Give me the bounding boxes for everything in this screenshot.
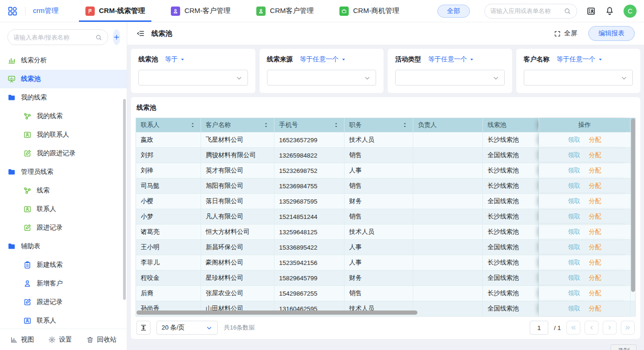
all-apps-button[interactable]: 全部 bbox=[437, 5, 470, 18]
cell: 嬴政 bbox=[136, 132, 201, 147]
claim-link[interactable]: 领取 bbox=[568, 243, 580, 251]
sidebar-item-联系人[interactable]: 联系人 bbox=[0, 200, 127, 218]
claim-link[interactable]: 领取 bbox=[568, 274, 580, 282]
sort-icon[interactable] bbox=[333, 122, 339, 128]
bell-icon[interactable] bbox=[605, 7, 614, 16]
sidebar-item-线索分析[interactable]: 线索分析 bbox=[0, 51, 127, 70]
assign-link[interactable]: 分配 bbox=[589, 228, 601, 236]
sidebar-footer-视图[interactable]: 视图 bbox=[10, 336, 34, 344]
filter-value-select[interactable] bbox=[395, 70, 505, 86]
horizontal-scrollbar-thumb[interactable] bbox=[137, 310, 417, 315]
filter-value-select[interactable] bbox=[524, 70, 633, 86]
claim-link[interactable]: 领取 bbox=[568, 182, 580, 190]
claim-link[interactable]: 领取 bbox=[568, 166, 580, 175]
assign-link[interactable]: 分配 bbox=[589, 304, 601, 313]
page-input[interactable] bbox=[530, 321, 548, 335]
prev-page-button[interactable] bbox=[585, 321, 598, 335]
claim-link[interactable]: 领取 bbox=[568, 136, 580, 144]
cell bbox=[413, 132, 483, 147]
search-icon[interactable] bbox=[95, 34, 102, 41]
assign-link[interactable]: 分配 bbox=[589, 289, 601, 297]
page-size-value: 20 条/页 bbox=[162, 324, 185, 332]
sidebar-item-跟进记录[interactable]: 跟进记录 bbox=[0, 293, 127, 311]
page-size-select[interactable]: 20 条/页 bbox=[156, 321, 218, 335]
sidebar-scrollbar[interactable] bbox=[123, 99, 126, 300]
sidebar-search-input[interactable] bbox=[13, 34, 95, 41]
assign-link[interactable]: 分配 bbox=[589, 258, 601, 267]
claim-link[interactable]: 领取 bbox=[568, 228, 580, 236]
sidebar-footer-回收站[interactable]: 回收站 bbox=[86, 336, 117, 344]
apps-grid-icon[interactable] bbox=[7, 6, 18, 16]
sidebar-item-线索池[interactable]: 线索池 bbox=[0, 70, 127, 88]
tab-CRM客户管理[interactable]: CRM客户管理 bbox=[250, 0, 320, 22]
column-header-职务[interactable]: 职务 bbox=[345, 118, 413, 132]
assign-link[interactable]: 分配 bbox=[589, 197, 601, 205]
filter-value-select[interactable] bbox=[138, 70, 248, 86]
column-header-联系人[interactable]: 联系人 bbox=[136, 118, 201, 132]
app-icon bbox=[339, 7, 349, 16]
claim-link[interactable]: 领取 bbox=[568, 258, 580, 267]
claim-link[interactable]: 领取 bbox=[568, 212, 580, 221]
workspace-link[interactable]: crm管理 bbox=[33, 7, 59, 15]
first-page-button[interactable] bbox=[566, 321, 580, 335]
sidebar-item-跟进记录[interactable]: 跟进记录 bbox=[0, 218, 127, 237]
assign-link[interactable]: 分配 bbox=[589, 136, 601, 144]
chevron-down-icon bbox=[206, 324, 213, 331]
sidebar-item-新建线索[interactable]: 新建线索 bbox=[0, 256, 127, 274]
filter-condition-dropdown[interactable]: 等于任意一个 bbox=[300, 55, 346, 64]
record-button[interactable]: 录制 bbox=[611, 344, 637, 350]
sidebar-item-我的线索[interactable]: 我的线索 bbox=[0, 107, 127, 125]
cell: 长沙线索池 bbox=[483, 224, 539, 239]
assign-link[interactable]: 分配 bbox=[589, 212, 601, 221]
tab-CRM-商机管理[interactable]: CRM-商机管理 bbox=[333, 0, 405, 22]
sort-icon[interactable] bbox=[263, 122, 269, 128]
sidebar-item-线索[interactable]: 线索 bbox=[0, 181, 127, 200]
claim-link[interactable]: 领取 bbox=[568, 151, 580, 159]
cell: 全国线索池 bbox=[483, 239, 539, 255]
tab-CRM-客户管理[interactable]: CRM-客户管理 bbox=[164, 0, 237, 22]
column-label: 手机号 bbox=[279, 121, 298, 129]
cell: 凡人有限公司 bbox=[201, 209, 274, 224]
global-search-input[interactable] bbox=[490, 7, 564, 14]
collapse-icon[interactable] bbox=[137, 29, 145, 38]
assign-link[interactable]: 分配 bbox=[589, 243, 601, 251]
vertical-scrollbar-thumb[interactable] bbox=[631, 119, 635, 292]
sidebar-item-新增客户[interactable]: 新增客户 bbox=[0, 274, 127, 293]
sort-icon[interactable] bbox=[189, 122, 196, 128]
fullscreen-button[interactable]: 全屏 bbox=[554, 29, 577, 38]
sidebar-item-管理员线索[interactable]: 管理员线索 bbox=[0, 163, 127, 181]
sidebar-footer-设置[interactable]: 设置 bbox=[48, 336, 72, 344]
sidebar-item-联系人[interactable]: 联系人 bbox=[0, 311, 127, 329]
next-page-button[interactable] bbox=[603, 321, 617, 335]
sidebar-item-我的线索[interactable]: 我的线索 bbox=[0, 88, 127, 107]
filter-card-客户名称: 客户名称 等于任意一个 bbox=[516, 49, 641, 93]
assign-link[interactable]: 分配 bbox=[589, 182, 601, 190]
edit-report-button[interactable]: 编辑报表 bbox=[588, 26, 635, 41]
contacts-icon[interactable] bbox=[586, 7, 596, 16]
filter-condition-dropdown[interactable]: 等于 bbox=[165, 55, 185, 64]
sidebar-item-我的联系人[interactable]: 我的联系人 bbox=[0, 125, 127, 144]
avatar[interactable]: C bbox=[624, 5, 637, 18]
assign-link[interactable]: 分配 bbox=[589, 274, 601, 282]
claim-link[interactable]: 领取 bbox=[568, 289, 580, 297]
add-form-button[interactable] bbox=[113, 29, 120, 45]
tab-CRM-线索管理[interactable]: CRM-线索管理 bbox=[79, 0, 151, 22]
last-page-button[interactable] bbox=[621, 321, 635, 335]
search-icon[interactable] bbox=[564, 7, 571, 15]
assign-link[interactable]: 分配 bbox=[589, 151, 601, 159]
column-header-客户名称[interactable]: 客户名称 bbox=[201, 118, 274, 132]
claim-link[interactable]: 领取 bbox=[568, 304, 580, 313]
filter-condition-dropdown[interactable]: 等于任意一个 bbox=[557, 55, 603, 64]
row-height-button[interactable] bbox=[137, 321, 150, 335]
filter-value-select[interactable] bbox=[267, 70, 377, 86]
column-header-手机号[interactable]: 手机号 bbox=[274, 118, 345, 132]
filter-condition-dropdown[interactable]: 等于任意一个 bbox=[428, 55, 475, 64]
sidebar-item-我的跟进记录[interactable]: 我的跟进记录 bbox=[0, 144, 127, 163]
cell bbox=[413, 147, 483, 163]
assign-link[interactable]: 分配 bbox=[589, 166, 601, 175]
sidebar-item-辅助表[interactable]: 辅助表 bbox=[0, 237, 127, 256]
cell: 销售 bbox=[345, 147, 413, 163]
sidebar-item-label: 联系人 bbox=[37, 205, 56, 213]
claim-link[interactable]: 领取 bbox=[568, 197, 580, 205]
sort-icon[interactable] bbox=[402, 122, 408, 128]
